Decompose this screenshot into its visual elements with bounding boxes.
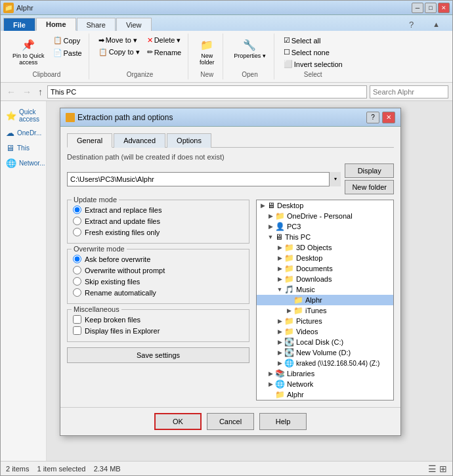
maximize-button[interactable]: □ [425, 3, 437, 13]
save-settings-button[interactable]: Save settings [67, 347, 249, 363]
tree-item-alphr-root[interactable]: 📁 Alphr [257, 389, 393, 400]
update-radio-input-0[interactable] [73, 206, 81, 214]
tree-item-kraked[interactable]: ▶ 🌐 kraked (\\192.168.50.44) (Z:) [257, 358, 393, 368]
tree-item-downloads[interactable]: ▶ 📁 Downloads [257, 274, 393, 284]
sidebar-item-network[interactable]: 🌐 Networ... [3, 156, 43, 170]
ok-button[interactable]: OK [154, 413, 202, 430]
tree-item-pictures[interactable]: ▶ 📁 Pictures [257, 316, 393, 326]
select-none-button[interactable]: ☐ Select none [281, 47, 345, 58]
misc-checkbox-1[interactable] [73, 326, 81, 335]
tree-expander-videos[interactable]: ▶ [275, 327, 284, 336]
tree-item-desktop[interactable]: ▶ 🖥 Desktop [257, 200, 393, 211]
tree-expander-desktop[interactable]: ▶ [258, 201, 267, 210]
new-folder-button[interactable]: 📁 Newfolder [195, 35, 219, 68]
pin-to-quick-button[interactable]: 📌 Pin to Quickaccess [9, 35, 49, 68]
tree-expander-documents[interactable]: ▶ [275, 264, 284, 273]
tree-expander-alphr[interactable] [284, 295, 293, 305]
tab-options[interactable]: Options [167, 133, 211, 148]
kraked-folder-icon: 🌐 [284, 358, 294, 368]
tree-expander-onedrive[interactable]: ▶ [266, 211, 275, 221]
tab-view[interactable]: View [116, 18, 152, 31]
destination-dropdown-arrow[interactable]: ▾ [329, 172, 341, 186]
rename-button[interactable]: ✏ Rename [144, 47, 184, 58]
update-radio-input-2[interactable] [73, 228, 81, 236]
copy-button[interactable]: 📋 Copy [51, 35, 85, 46]
destination-input[interactable] [67, 172, 341, 186]
display-button[interactable]: Display [345, 163, 394, 178]
tree-item-alphr[interactable]: 📁 Alphr [257, 295, 393, 305]
cancel-button[interactable]: Cancel [207, 413, 254, 430]
expand-ribbon-icon[interactable]: ▲ [423, 18, 449, 31]
dialog-close-button[interactable]: ✕ [382, 112, 395, 123]
tab-general[interactable]: General [67, 133, 112, 148]
tab-file[interactable]: File [3, 18, 35, 31]
search-input[interactable] [370, 85, 448, 98]
paste-button[interactable]: 📄 Paste [51, 47, 85, 58]
documents-folder-icon: 📁 [284, 264, 294, 273]
overwrite-radio-input-3[interactable] [73, 288, 81, 297]
help-button[interactable]: Help [259, 413, 307, 430]
update-radio-input-1[interactable] [73, 217, 81, 225]
tree-expander-localc[interactable]: ▶ [275, 337, 284, 347]
tree-item-pc3[interactable]: ▶ 👤 PC3 [257, 221, 393, 232]
tree-expander-desktop2[interactable]: ▶ [275, 253, 284, 263]
address-bar[interactable] [47, 85, 367, 98]
overwrite-radio-input-1[interactable] [73, 266, 81, 274]
overwrite-radio-input-2[interactable] [73, 277, 81, 286]
tree-expander-3dobjects[interactable]: ▶ [275, 243, 284, 252]
tree-expander-kraked[interactable]: ▶ [275, 358, 284, 368]
tree-expander-alphr-root[interactable] [266, 390, 275, 399]
tree-item-itunes[interactable]: ▶ 📁 iTunes [257, 305, 393, 316]
update-mode-label: Update mode [72, 196, 119, 204]
destination-section: Destination path (will be created if doe… [67, 153, 394, 194]
update-radio-0: Extract and replace files [73, 204, 244, 215]
dialog-help-button[interactable]: ? [366, 112, 379, 123]
sidebar-item-onedrive[interactable]: ☁ OneDr... [3, 126, 43, 140]
tab-share[interactable]: Share [77, 18, 116, 31]
tree-expander-network[interactable]: ▶ [266, 379, 275, 389]
select-all-button[interactable]: ☑ Select all [281, 35, 345, 46]
tree-expander-music[interactable]: ▼ [275, 285, 284, 294]
minimize-button[interactable]: ─ [412, 3, 423, 13]
tree-item-videos[interactable]: ▶ 📁 Videos [257, 326, 393, 337]
properties-button[interactable]: 🔧 Properties ▾ [230, 35, 270, 61]
tree-expander-itunes[interactable]: ▶ [284, 306, 293, 315]
paste-icon: 📄 [53, 49, 62, 57]
new-folder-dialog-button[interactable]: New folder [345, 180, 394, 194]
tree-expander-pictures[interactable]: ▶ [275, 316, 284, 326]
move-to-button[interactable]: ➡ Move to ▾ [96, 35, 142, 46]
tree-item-thispc[interactable]: ▼ 🖥 This PC [257, 232, 393, 242]
tree-item-localc[interactable]: ▶ 💽 Local Disk (C:) [257, 337, 393, 347]
new-group: 📁 Newfolder New [191, 33, 223, 79]
overwrite-radio-input-0[interactable] [73, 255, 81, 263]
copy-to-button[interactable]: 📋 Copy to ▾ [96, 47, 142, 58]
sidebar-item-quickaccess[interactable]: ⭐ Quick access [3, 106, 43, 125]
invert-selection-button[interactable]: ⬜ Invert selection [281, 58, 345, 70]
back-button[interactable]: ← [5, 87, 18, 97]
tree-expander-newvol[interactable]: ▶ [275, 348, 284, 357]
forward-button[interactable]: → [20, 87, 33, 97]
tree-item-3dobjects[interactable]: ▶ 📁 3D Objects [257, 242, 393, 253]
tree-item-music[interactable]: ▼ 🎵 Music [257, 284, 393, 295]
close-button[interactable]: ✕ [438, 3, 450, 13]
tree-expander-pc3[interactable]: ▶ [266, 222, 275, 231]
tree-item-network[interactable]: ▶ 🌐 Network [257, 379, 393, 389]
misc-checkbox-0[interactable] [73, 315, 81, 324]
tree-item-desktop2[interactable]: ▶ 📁 Desktop [257, 253, 393, 263]
grid-view-button[interactable]: ⊞ [439, 464, 447, 474]
help-icon[interactable]: ? [400, 18, 423, 31]
tab-advanced[interactable]: Advanced [114, 133, 165, 148]
tree-expander-thispc[interactable]: ▼ [266, 232, 275, 242]
delete-button[interactable]: ✕ Delete ▾ [144, 35, 184, 46]
tree-item-libraries[interactable]: ▶ 📚 Libraries [257, 368, 393, 379]
list-view-button[interactable]: ☰ [428, 464, 437, 474]
folder-tree[interactable]: ▶ 🖥 Desktop ▶ 📁 OneDrive - Personal [256, 200, 394, 400]
up-button[interactable]: ↑ [36, 87, 45, 97]
tree-expander-downloads[interactable]: ▶ [275, 274, 284, 284]
tab-home[interactable]: Home [36, 18, 76, 31]
tree-item-documents[interactable]: ▶ 📁 Documents [257, 263, 393, 274]
sidebar-item-thispc[interactable]: 🖥 This [3, 141, 43, 155]
tree-item-newvol[interactable]: ▶ 💽 New Volume (D:) [257, 347, 393, 358]
tree-item-onedrive[interactable]: ▶ 📁 OneDrive - Personal [257, 211, 393, 221]
tree-expander-libraries[interactable]: ▶ [266, 369, 275, 378]
